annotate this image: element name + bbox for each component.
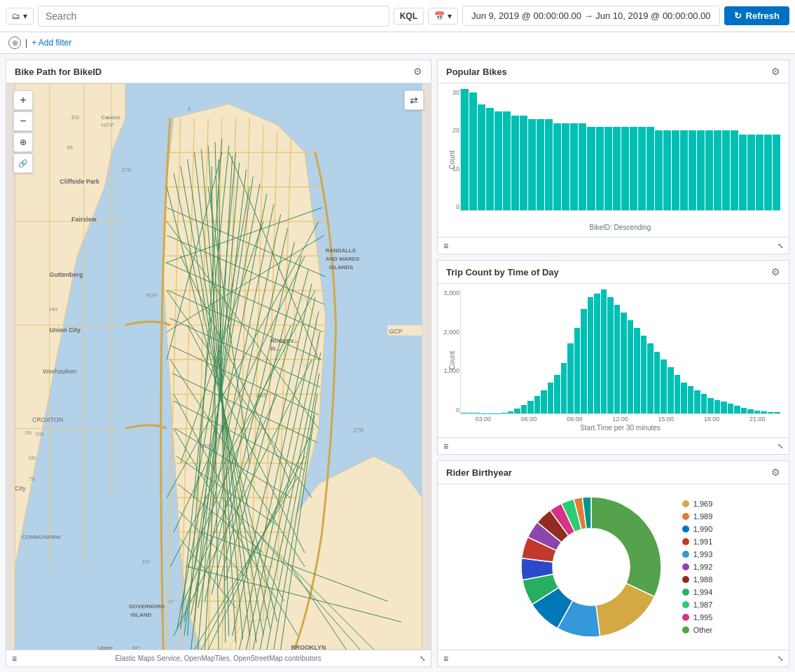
bar	[634, 328, 640, 413]
bar	[548, 383, 554, 413]
zoom-out-button[interactable]: −	[13, 111, 33, 131]
trip-count-bars-area: 3,000 2,000 1,000 0	[460, 289, 780, 414]
bar	[675, 375, 681, 413]
chart-expand-icon[interactable]: ⤡	[777, 442, 783, 450]
add-filter-button[interactable]: + Add filter	[32, 38, 71, 48]
rider-birthyear-title: Rider Birthyear	[446, 467, 512, 478]
chart-expand-icon[interactable]: ⤡	[777, 654, 783, 662]
filter-options-button[interactable]: ⊕	[8, 36, 21, 49]
popular-bikes-gear-button[interactable]: ⚙	[771, 66, 780, 77]
chart-list-icon[interactable]: ≡	[443, 241, 448, 251]
map-container[interactable]: GCP Cliffside Park 95 Fairview Guttenber…	[6, 83, 431, 650]
legend-label: 1,992	[693, 563, 713, 571]
bar	[596, 127, 604, 210]
filter-divider: |	[25, 38, 27, 48]
trip-count-footer: ≡ ⤡	[438, 437, 789, 454]
legend-item: 1,993	[682, 550, 713, 558]
bar	[714, 400, 721, 413]
bar	[621, 313, 627, 413]
link-button[interactable]: 🔗	[13, 153, 33, 173]
bar	[486, 108, 494, 210]
search-input[interactable]	[38, 6, 389, 27]
bar	[647, 343, 654, 413]
chart-list-icon[interactable]: ≡	[443, 441, 448, 451]
zoom-in-button[interactable]: +	[13, 90, 33, 110]
legend-dot	[682, 563, 689, 570]
date-range-display[interactable]: Jun 9, 2019 @ 00:00:00.00 → Jun 10, 2019…	[462, 6, 720, 26]
svg-line-130	[167, 263, 323, 332]
bar	[534, 396, 541, 413]
legend-item: 1,990	[682, 525, 713, 533]
legend-item: 1,989	[682, 512, 713, 521]
bar	[756, 135, 763, 210]
legend-dot	[682, 513, 689, 520]
legend-dot	[682, 526, 689, 533]
top-bar: 🗂 ▾ KQL 📅 ▾ Jun 9, 2019 @ 00:00:00.00 → …	[0, 0, 795, 32]
bar	[654, 352, 661, 414]
y-tick: 0	[456, 203, 459, 210]
svg-line-112	[198, 214, 280, 608]
bar	[541, 390, 547, 413]
index-selector[interactable]: 🗂 ▾	[6, 8, 34, 25]
bar	[768, 412, 774, 413]
chart-list-icon[interactable]: ≡	[443, 654, 448, 664]
rider-birthyear-gear-button[interactable]: ⚙	[771, 467, 780, 478]
bar	[501, 413, 507, 413]
bar	[521, 405, 527, 413]
map-attribution: Elastic Maps Service, OpenMapTiles, Open…	[115, 654, 321, 662]
trip-count-gear-button[interactable]: ⚙	[771, 266, 780, 277]
bar	[461, 89, 469, 210]
map-footer: ≡ Elastic Maps Service, OpenMapTiles, Op…	[6, 650, 431, 666]
bar	[514, 409, 520, 413]
crosshair-button[interactable]: ⊕	[13, 132, 33, 152]
bar	[694, 390, 700, 413]
legend-label: 1,994	[693, 588, 713, 596]
y-tick: 3,000	[443, 289, 459, 296]
bar	[741, 408, 747, 413]
kql-button[interactable]: KQL	[394, 8, 424, 25]
bar	[567, 343, 574, 413]
calendar-button[interactable]: 📅 ▾	[428, 8, 458, 25]
legend-item: 1,988	[682, 575, 713, 584]
bar	[701, 394, 707, 413]
bar	[579, 123, 586, 210]
popular-bikes-header: Popular Bikes ⚙	[438, 60, 789, 83]
map-gear-button[interactable]: ⚙	[413, 66, 422, 77]
list-icon[interactable]: ≡	[12, 654, 17, 664]
bar	[721, 402, 727, 413]
bar	[588, 297, 594, 413]
svg-line-124	[281, 415, 314, 650]
bar	[527, 401, 534, 413]
bar	[621, 127, 629, 210]
bar	[607, 297, 614, 413]
bar	[689, 130, 696, 210]
donut-segment	[591, 497, 661, 597]
legend-label: 1,993	[693, 550, 713, 558]
legend-dot	[682, 626, 689, 633]
trip-count-body: Count 3,000 2,000 1,000 0	[438, 284, 789, 437]
svg-line-141	[165, 207, 322, 263]
map-toggle-button[interactable]: ⇄	[404, 90, 424, 110]
y-tick: 20	[452, 127, 459, 134]
trip-count-panel: Trip Count by Time of Day ⚙ Count 3,000 …	[437, 260, 789, 455]
donut-legend: 1,9691,9891,9901,9911,9931,9921,9881,994…	[682, 500, 713, 634]
bar	[561, 363, 567, 413]
legend-dot	[682, 551, 689, 558]
bar	[764, 135, 772, 210]
legend-label: Other	[693, 626, 713, 634]
bar	[594, 294, 600, 413]
donut-chart	[514, 490, 668, 644]
bar	[587, 127, 595, 210]
bar	[508, 411, 514, 413]
legend-dot	[682, 614, 689, 621]
refresh-button[interactable]: ↻ Refresh	[724, 6, 789, 25]
bar	[553, 123, 561, 210]
bar	[714, 130, 721, 210]
x-tick: 09:00	[567, 416, 583, 423]
rider-birthyear-header: Rider Birthyear ⚙	[438, 461, 789, 484]
refresh-icon: ↻	[734, 11, 742, 21]
chart-expand-icon[interactable]: ⤡	[777, 242, 783, 249]
expand-icon[interactable]: ⤡	[420, 654, 425, 662]
x-tick: 12:00	[612, 416, 628, 423]
bar	[469, 92, 477, 210]
